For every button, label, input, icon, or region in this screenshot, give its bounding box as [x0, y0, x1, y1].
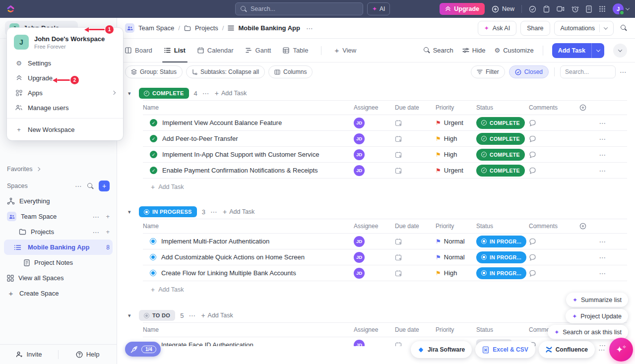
- sidebar-item-team-space[interactable]: Team Space ⋯+: [0, 209, 117, 224]
- onboarding-launcher[interactable]: 1/4: [125, 342, 161, 357]
- status-badge[interactable]: IN PROGRESS: [139, 206, 197, 217]
- jira-software-chip[interactable]: Jira Software: [411, 341, 472, 358]
- sidebar-item-everything[interactable]: Everything: [0, 193, 117, 209]
- team-space-menu-icon[interactable]: ⋯: [92, 213, 100, 220]
- share-button[interactable]: Share: [520, 21, 550, 36]
- list-search-input[interactable]: Search...: [560, 65, 616, 78]
- status-badge[interactable]: ✓COMPLETE: [476, 117, 525, 129]
- group-by-pill[interactable]: Group: Status: [125, 65, 183, 78]
- due-date-icon[interactable]: [395, 120, 436, 126]
- clickup-logo-icon[interactable]: [6, 4, 15, 14]
- apps-grid-icon[interactable]: [599, 5, 606, 12]
- add-column-button[interactable]: [578, 104, 627, 111]
- collapse-group-icon[interactable]: ▾: [128, 90, 134, 97]
- menu-item-settings[interactable]: ⚙ Settings: [7, 56, 123, 70]
- sidebar-item-mobile-banking-app[interactable]: Mobile Banking App 8: [4, 240, 113, 255]
- row-menu-icon[interactable]: ⋯: [599, 270, 607, 277]
- assignee-avatar[interactable]: JD: [354, 236, 365, 247]
- view-search-button[interactable]: Search: [424, 47, 453, 54]
- tab-table[interactable]: Table: [283, 39, 308, 62]
- closed-pill[interactable]: Closed: [509, 65, 549, 78]
- assignee-avatar[interactable]: JD: [354, 340, 365, 347]
- due-date-icon[interactable]: [395, 254, 436, 261]
- priority-label[interactable]: Urgent: [444, 167, 463, 174]
- sidebar-item-create-space[interactable]: + Create Space: [0, 286, 117, 301]
- comment-icon[interactable]: [529, 254, 578, 261]
- comment-icon[interactable]: [529, 270, 578, 277]
- status-progress-icon[interactable]: [150, 254, 156, 260]
- task-row[interactable]: ✓Enable Payment Confirmation Notificatio…: [143, 163, 627, 179]
- task-row[interactable]: ✓Implement In-App Chat Support with Cust…: [143, 147, 627, 163]
- group-add-task[interactable]: +Add Task: [201, 311, 233, 319]
- task-name[interactable]: Integrate Face ID Authentication: [161, 341, 254, 346]
- hide-button[interactable]: Hide: [462, 47, 486, 54]
- global-search-input[interactable]: Search...: [235, 2, 363, 15]
- breadcrumb-space[interactable]: Team Space: [138, 24, 174, 32]
- add-space-button[interactable]: +: [99, 181, 110, 191]
- new-button[interactable]: New: [492, 5, 514, 13]
- status-badge[interactable]: IN PROGR...: [476, 251, 526, 263]
- excel-csv-chip[interactable]: Excel & CSV: [475, 341, 535, 358]
- team-space-add-icon[interactable]: +: [106, 213, 110, 220]
- due-date-icon[interactable]: [395, 151, 436, 158]
- add-task-dropdown[interactable]: [591, 43, 604, 58]
- row-menu-icon[interactable]: ⋯: [599, 151, 607, 158]
- col-name[interactable]: Name: [143, 104, 354, 111]
- priority-label[interactable]: High: [444, 269, 457, 277]
- sidebar-item-projects[interactable]: Projects ⋯+: [0, 224, 117, 240]
- automations-button[interactable]: Automations: [554, 21, 614, 36]
- assignee-avatar[interactable]: JD: [354, 165, 365, 176]
- group-menu-icon[interactable]: ⋯: [189, 312, 196, 319]
- comment-icon[interactable]: [529, 167, 578, 174]
- collapse-group-icon[interactable]: ▾: [128, 209, 134, 215]
- row-menu-icon[interactable]: ⋯: [599, 120, 607, 126]
- group-add-task[interactable]: +Add Task: [215, 89, 247, 97]
- spaces-search-icon[interactable]: [87, 183, 94, 189]
- task-name[interactable]: Add Peer-to-Peer Transfer: [162, 135, 238, 142]
- status-progress-icon[interactable]: [150, 270, 156, 276]
- columns-pill[interactable]: Columns: [268, 65, 313, 78]
- confluence-chip[interactable]: Confluence: [539, 341, 595, 358]
- summarize-list-button[interactable]: ✦ Summarize list: [566, 293, 628, 307]
- ask-ai-button[interactable]: ✦ Ask AI: [478, 21, 517, 36]
- add-task-row[interactable]: +Add Task: [143, 281, 627, 298]
- col-priority[interactable]: Priority: [436, 104, 476, 111]
- filter-pill[interactable]: Filter: [471, 65, 505, 78]
- status-complete-icon[interactable]: ✓: [150, 151, 157, 158]
- due-date-icon[interactable]: [395, 270, 436, 277]
- due-date-icon[interactable]: [395, 238, 436, 245]
- col-status[interactable]: Status: [476, 104, 529, 111]
- spaces-menu-icon[interactable]: ⋯: [75, 182, 82, 189]
- breadcrumb-folder[interactable]: Projects: [195, 24, 218, 32]
- add-column-button[interactable]: [578, 223, 627, 230]
- task-name[interactable]: Create Flow for Linking Multiple Bank Ac…: [161, 269, 296, 277]
- sidebar-item-view-all-spaces[interactable]: View all Spaces: [0, 270, 117, 286]
- status-progress-icon[interactable]: [150, 238, 156, 244]
- task-name[interactable]: Add Customizable Quick Actions on Home S…: [161, 253, 305, 261]
- status-badge[interactable]: ✓COMPLETE: [139, 88, 189, 99]
- sidebar-favorites[interactable]: Favorites: [0, 164, 117, 175]
- due-date-icon[interactable]: [395, 135, 436, 142]
- col-due-date[interactable]: Due date: [395, 104, 436, 111]
- status-badge[interactable]: ✓COMPLETE: [476, 149, 525, 161]
- col-assignee[interactable]: Assignee: [354, 104, 395, 111]
- task-row[interactable]: Create Flow for Linking Multiple Bank Ac…: [143, 265, 627, 281]
- help-button[interactable]: Help: [59, 351, 117, 358]
- status-badge[interactable]: IN PROGR...: [476, 267, 526, 279]
- assignee-avatar[interactable]: JD: [354, 268, 365, 279]
- status-badge[interactable]: TO DO: [139, 310, 175, 321]
- status-complete-icon[interactable]: ✓: [150, 119, 157, 126]
- task-name[interactable]: Implement In-App Chat Support with Custo…: [162, 151, 319, 158]
- priority-label[interactable]: Normal: [444, 238, 465, 245]
- due-date-icon[interactable]: [395, 167, 436, 174]
- status-badge[interactable]: IN PROGR...: [476, 236, 526, 247]
- priority-label[interactable]: Normal: [444, 253, 465, 261]
- status-complete-icon[interactable]: ✓: [150, 167, 157, 174]
- priority-label[interactable]: Urgent: [444, 119, 463, 126]
- reminders-clock-icon[interactable]: [572, 5, 579, 13]
- search-or-ask-button[interactable]: ✦ Search or ask this list: [548, 325, 628, 339]
- tab-list[interactable]: List: [164, 39, 186, 62]
- task-name[interactable]: Implement View Account Balance Feature: [162, 119, 282, 126]
- ai-assistant-button[interactable]: ✦ ✧: [609, 338, 633, 362]
- breadcrumb-menu-icon[interactable]: ⋯: [306, 25, 314, 32]
